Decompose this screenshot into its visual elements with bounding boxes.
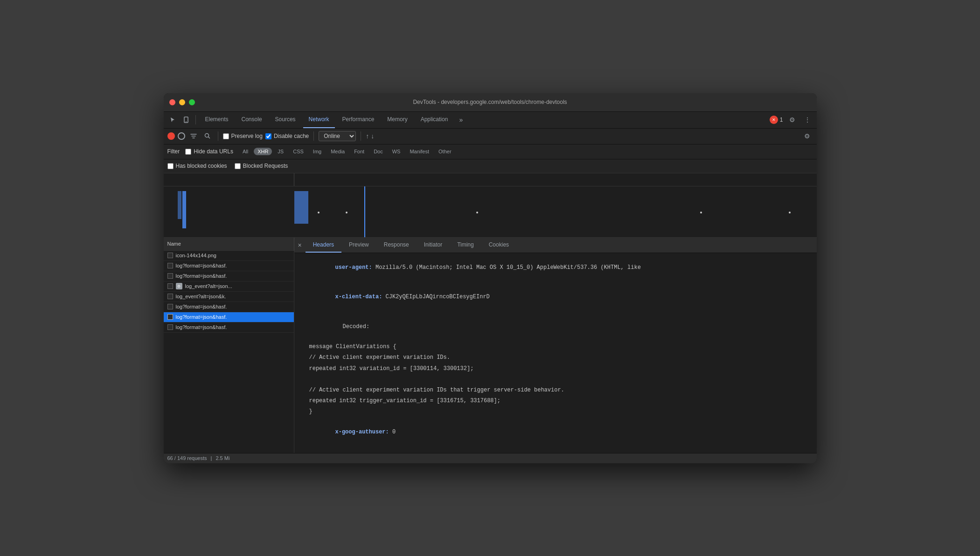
item-checkbox[interactable] [167,294,173,299]
item-checkbox[interactable] [167,324,173,330]
list-item[interactable]: log?format=json&hasf. [164,302,294,312]
item-checkbox[interactable] [167,314,173,320]
tab-preview[interactable]: Preview [341,238,376,253]
tab-initiator[interactable]: Initiator [417,238,450,253]
filter-js-btn[interactable]: JS [274,148,287,155]
devtools-window: DevTools - developers.google.com/web/too… [164,93,817,463]
item-checkbox[interactable] [167,283,173,289]
tab-headers[interactable]: Headers [306,238,341,253]
tab-elements[interactable]: Elements [200,111,234,128]
list-item-selected[interactable]: log?format=json&hasf. [164,312,294,323]
cursor-icon[interactable] [167,114,179,125]
item-name: log?format=json&hasf. [176,273,290,279]
item-name: log_event?alt=json... [185,283,290,289]
transfer-size: 2.5 Mi [215,455,229,461]
code-line-2: repeated int32 variation_id = [3300114, … [294,364,817,374]
tab-memory[interactable]: Memory [382,111,413,128]
detail-tabs: × Headers Preview Response Initiator Tim… [294,238,817,253]
filter-font-btn[interactable]: Font [350,148,368,155]
disable-cache-checkbox-label[interactable]: Disable cache [265,133,309,139]
code-line-1: // Active client experiment variation ID… [294,352,817,363]
toolbar-divider-4 [361,131,361,141]
network-settings-icon[interactable]: ⚙ [802,130,813,142]
tab-console[interactable]: Console [236,111,268,128]
blocked-requests-checkbox[interactable] [235,163,241,169]
list-item[interactable]: log?format=json&hasf. [164,323,294,333]
blocked-cookies-label[interactable]: Has blocked cookies [167,163,227,169]
toolbar-divider-3 [313,131,314,141]
disable-cache-checkbox[interactable] [265,133,271,139]
filter-media-btn[interactable]: Media [327,148,348,155]
rows-wrapper: Name icon-144x144.png log?format=json&ha… [164,238,817,453]
left-panel: Name icon-144x144.png log?format=json&ha… [164,238,294,453]
record-button[interactable] [167,132,175,140]
blocked-requests-label[interactable]: Blocked Requests [235,163,288,169]
item-name: log?format=json&hasf. [176,304,290,309]
detail-panel: × Headers Preview Response Initiator Tim… [294,238,817,453]
item-checkbox[interactable] [167,273,173,279]
filter-manifest-btn[interactable]: Manifest [406,148,433,155]
filter-doc-btn[interactable]: Doc [370,148,387,155]
preserve-log-checkbox-label[interactable]: Preserve log [223,133,263,139]
stop-button[interactable] [178,132,185,140]
search-icon[interactable] [202,130,213,142]
filter-other-btn[interactable]: Other [435,148,455,155]
code-line-5: repeated int32 trigger_variation_id = [3… [294,396,817,406]
minimize-button[interactable] [179,99,185,105]
more-tabs-button[interactable]: » [455,116,466,124]
item-checkbox[interactable] [167,263,173,268]
tab-response[interactable]: Response [376,238,417,253]
x-goog-authuser-header: x-goog-authuser: 0 [294,418,817,447]
filter-all-btn[interactable]: All [239,148,252,155]
throttle-select[interactable]: Online Fast 3G Slow 3G Offline [319,131,356,141]
hide-data-urls-label[interactable]: Hide data URLs [185,148,233,155]
list-item[interactable]: log?format=json&hasf. [164,261,294,271]
tab-network[interactable]: Network [303,111,335,128]
filter-ws-btn[interactable]: WS [389,148,404,155]
code-line-6: } [294,406,817,417]
tab-performance[interactable]: Performance [337,111,380,128]
timeline-header: 20000 ms 40000 ms 60000 ms 80000 ms 1000… [164,173,817,186]
mobile-icon[interactable] [181,114,192,125]
gear-icon: ⚙ [176,283,182,289]
list-item[interactable]: log?format=json&hasf. [164,271,294,281]
tab-sources[interactable]: Sources [270,111,301,128]
list-item[interactable]: ⚙ log_event?alt=json... [164,281,294,292]
code-line-3 [294,374,817,385]
filter-xhr-btn[interactable]: XHR [254,148,272,155]
blocked-cookies-checkbox[interactable] [167,163,174,169]
detail-close-btn[interactable]: × [294,238,306,253]
list-item[interactable]: icon-144x144.png [164,251,294,261]
preserve-log-checkbox[interactable] [223,133,229,139]
item-checkbox[interactable] [167,253,173,258]
close-button[interactable] [169,99,175,105]
network-toolbar: Preserve log Disable cache Online Fast 3… [164,129,817,144]
upload-icon: ↑ [366,132,369,140]
detail-content[interactable]: user-agent: Mozilla/5.0 (Macintosh; Inte… [294,253,817,453]
more-options-icon[interactable]: ⋮ [802,114,813,125]
tab-application[interactable]: Application [415,111,454,128]
requests-count: 66 / 149 requests [167,455,207,461]
filter-img-btn[interactable]: Img [309,148,325,155]
toolbar-right: ✕ 1 ⚙ ⋮ [770,114,813,125]
tab-cookies[interactable]: Cookies [481,238,516,253]
window-title: DevTools - developers.google.com/web/too… [413,99,567,105]
filter-icon[interactable] [188,130,199,142]
title-bar: DevTools - developers.google.com/web/too… [164,93,817,112]
toolbar-divider [195,115,196,124]
item-checkbox[interactable] [167,304,173,309]
filter-css-btn[interactable]: CSS [289,148,307,155]
name-column-header [164,173,294,186]
download-icon: ↓ [371,132,374,140]
tab-timing[interactable]: Timing [450,238,481,253]
timeline-visual [164,186,817,238]
maximize-button[interactable] [189,99,195,105]
settings-icon[interactable]: ⚙ [787,114,798,125]
network-list[interactable]: icon-144x144.png log?format=json&hasf. l… [164,251,294,453]
status-bar: 66 / 149 requests | 2.5 Mi [164,453,817,463]
filter-row: Filter Hide data URLs All XHR JS CSS Img… [164,144,817,159]
list-item[interactable]: log_event?alt=json&k. [164,292,294,302]
svg-rect-1 [185,122,187,122]
hide-data-urls-checkbox[interactable] [185,149,191,155]
item-name: log?format=json&hasf. [176,314,290,320]
